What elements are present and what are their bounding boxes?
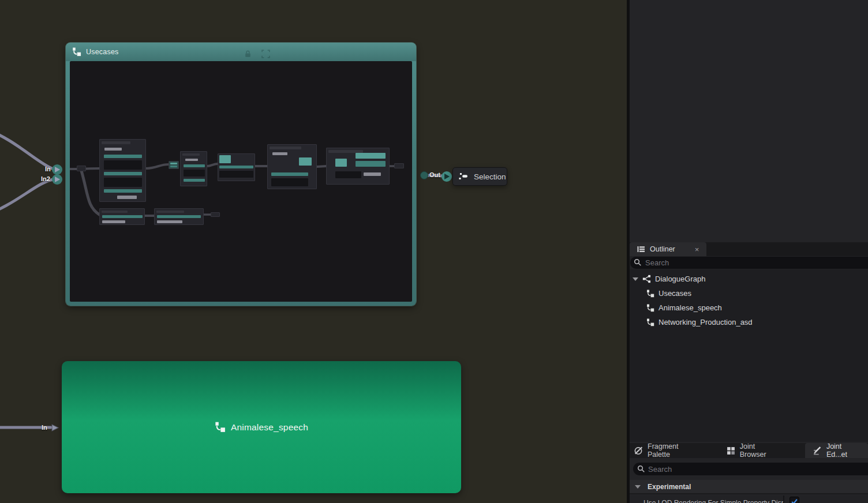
tab-outliner[interactable]: Outliner × [630,242,706,256]
animalese-speech-node[interactable]: Animalese_speech [62,361,461,493]
subgraph-icon [72,47,81,57]
outliner-search-row [630,256,868,269]
tab-fragment-palette[interactable]: Fragment Palette [630,443,705,458]
dialogue-graph-icon [642,275,651,283]
selection-icon [459,172,469,181]
tree-row[interactable]: Animalese_speech [630,301,868,315]
mini-node [180,151,207,186]
mini-node [99,139,146,202]
pencil-icon [813,446,822,455]
usecases-node-preview [70,61,412,302]
property-name: Use LOD Rendering For Simple Property Di… [630,496,783,503]
outliner-icon [637,245,645,253]
usecases-out-dot[interactable] [420,171,428,179]
close-icon[interactable]: × [695,245,699,254]
mini-node [211,212,220,217]
usecases-node-title: Usecases [86,48,118,56]
usecases-node[interactable]: Usecases [66,43,416,306]
usecases-in-pin-label: In [45,166,51,172]
property-row: Use LOD Rendering For Simple Property Di… [630,496,868,503]
mini-node [326,148,390,185]
mini-node [169,161,179,169]
animalese-in-pin-label: In [42,424,47,431]
mini-node [394,163,404,168]
subgraph-icon [646,318,654,326]
tab-joint-browser-label: Joint Browser [740,442,779,459]
subgraph-icon [215,422,226,433]
chevron-down-icon[interactable] [633,277,638,281]
property-divider[interactable] [783,496,784,503]
chevron-down-icon[interactable] [635,485,641,489]
usecases-out-pin[interactable] [442,171,452,184]
animalese-in-pin[interactable] [51,423,59,434]
tree-item-label: Usecases [659,289,691,298]
usecases-node-header[interactable]: Usecases [66,43,416,61]
details-tab-bar: Fragment Palette Joint Browser [630,443,868,458]
tree-root-label: DialogueGraph [655,275,705,283]
mini-node [99,208,145,225]
usecases-in2-pin[interactable] [52,174,62,187]
section-experimental-label: Experimental [648,483,691,491]
selection-node-label: Selection [474,172,506,181]
mini-node [218,153,255,181]
lock-icon [244,50,252,58]
marquee-icon [261,50,270,58]
selection-node[interactable]: Selection [452,167,507,186]
mini-node [77,166,86,171]
subgraph-icon [646,304,654,312]
details-search-input[interactable] [633,463,868,475]
property-checkbox[interactable] [790,497,799,503]
palette-icon [634,446,643,455]
outliner-tree: DialogueGraph Usecases Animalese_speec [630,269,868,442]
usecases-in2-pin-label: In2 [41,175,50,182]
mini-node [267,144,317,189]
tab-fragment-palette-label: Fragment Palette [648,442,698,459]
usecases-out-pin-label: Out [429,171,440,178]
section-experimental[interactable]: Experimental [630,480,868,494]
outliner-tab-bar: Outliner × [630,242,868,256]
grid-icon [727,446,735,455]
tab-outliner-label: Outliner [650,245,675,253]
tree-row-root[interactable]: DialogueGraph [630,272,868,286]
tab-joint-browser[interactable]: Joint Browser [719,443,787,458]
tree-row[interactable]: Usecases [630,286,868,301]
check-icon [791,498,798,503]
tab-joint-editor-label: Joint Ed...et [826,442,860,459]
right-panel: Outliner × DialogueGrap [630,0,868,503]
outliner-search-input[interactable] [630,257,868,269]
details-search-row [630,458,868,480]
tree-item-label: Animalese_speech [659,303,722,312]
tab-joint-editor[interactable]: Joint Ed...et [805,443,868,458]
tree-item-label: Networking_Production_asd [659,318,753,326]
graph-canvas[interactable]: Usecases [0,0,627,503]
subgraph-icon [646,290,654,298]
mini-node [154,208,204,225]
tree-row[interactable]: Networking_Production_asd [630,315,868,329]
animalese-node-title: Animalese_speech [231,422,308,433]
